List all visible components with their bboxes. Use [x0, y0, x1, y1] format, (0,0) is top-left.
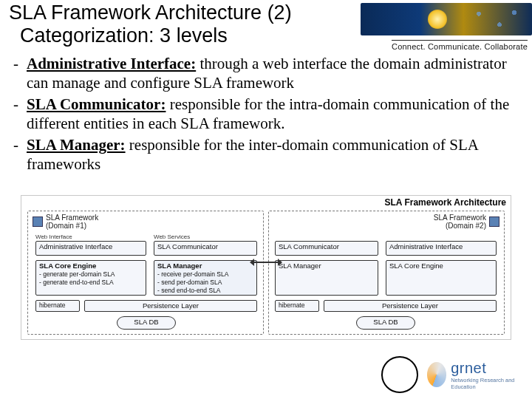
architecture-diagram: SLA Framework Architecture SLA Framework…: [21, 195, 511, 340]
box-sla-db-d1: SLA DB: [117, 316, 176, 330]
university-seal-icon: [381, 356, 418, 393]
domain-2-label-l2: (Domain #2): [446, 222, 486, 230]
box-admin-interface-d1: Administrative Interface: [35, 241, 146, 256]
box-hibernate-d2: hibernate: [275, 300, 319, 312]
slide-title: SLA Framework Architecture (2) Categoriz…: [9, 1, 364, 47]
web-interface-label: Web Interface: [35, 233, 72, 240]
mgr-note-3: - send end-to-end SLA: [157, 287, 221, 294]
box-persistence-layer-d1: Persistence Layer: [84, 300, 257, 312]
domain-1-label-l2: (Domain #1): [46, 222, 86, 230]
domain-1-label-l1: SLA Framework: [46, 214, 98, 222]
tagline: Connect. Communicate. Collaborate: [392, 40, 528, 51]
core-title: SLA Core Engine: [39, 262, 96, 270]
mgr-note-1: - receive per-domain SLA: [157, 270, 228, 278]
box-sla-manager-d1: SLA Manager - receive per-domain SLA - s…: [154, 260, 257, 296]
diagram-title: SLA Framework Architecture: [385, 197, 507, 208]
domain-icon: [33, 216, 43, 227]
box-persistence-layer-d2: Persistence Layer: [324, 300, 497, 312]
box-sla-communicator-d1: SLA Communicator: [154, 241, 257, 256]
box-sla-core-engine-d1: SLA Core Engine - generate per-domain SL…: [35, 260, 146, 296]
core-note-1: - generate per-domain SLA: [39, 270, 115, 278]
body-content: Administrative Interface: through a web …: [10, 55, 522, 177]
bullet-key: SLA Manager:: [27, 136, 126, 154]
bullet-key: SLA Communicator:: [27, 95, 166, 113]
bullet-sla-communicator: SLA Communicator: responsible for the in…: [10, 95, 522, 133]
inter-domain-arrow-icon: [253, 258, 279, 267]
header-banner-graphic: [361, 3, 532, 35]
grnet-swoosh-icon: [427, 362, 446, 387]
box-sla-db-d2: SLA DB: [356, 316, 415, 330]
box-sla-core-engine-d2: SLA Core Engine: [386, 260, 497, 296]
grnet-logo: grnet Networking Research and Education: [427, 358, 520, 392]
box-hibernate-d1: hibernate: [35, 300, 80, 312]
footer: grnet Networking Research and Education: [0, 347, 532, 399]
mgr-note-2: - send per-domain SLA: [157, 279, 222, 286]
grnet-name: grnet: [451, 360, 520, 377]
title-line-1: SLA Framework Architecture (2): [9, 1, 292, 24]
domain-1-label: SLA Framework (Domain #1): [33, 214, 98, 230]
bullet-admin-interface: Administrative Interface: through a web …: [10, 55, 522, 92]
domain-icon: [489, 216, 499, 227]
bullet-sla-manager: SLA Manager: responsible for the inter-d…: [10, 136, 522, 174]
box-admin-interface-d2: Administrative Interface: [386, 241, 497, 256]
mgr-title: SLA Manager: [157, 262, 202, 270]
domain-2-container: SLA Framework (Domain #2) SLA Communicat…: [268, 211, 505, 335]
web-services-label: Web Services: [154, 233, 190, 240]
bullet-key: Administrative Interface:: [27, 55, 196, 72]
box-sla-manager-d2: SLA Manager: [275, 260, 378, 296]
domain-2-label: SLA Framework (Domain #2): [434, 214, 499, 230]
grnet-subtitle: Networking Research and Education: [451, 377, 520, 390]
domain-2-label-l1: SLA Framework: [434, 214, 486, 222]
box-sla-communicator-d2: SLA Communicator: [275, 241, 378, 256]
domain-1-container: SLA Framework (Domain #1) Web Interface …: [27, 211, 264, 335]
slide-root: SLA Framework Architecture (2) Categoriz…: [0, 0, 532, 399]
core-note-2: - generate end-to-end SLA: [39, 279, 114, 286]
title-line-2: Categorization: 3 levels: [20, 24, 228, 47]
